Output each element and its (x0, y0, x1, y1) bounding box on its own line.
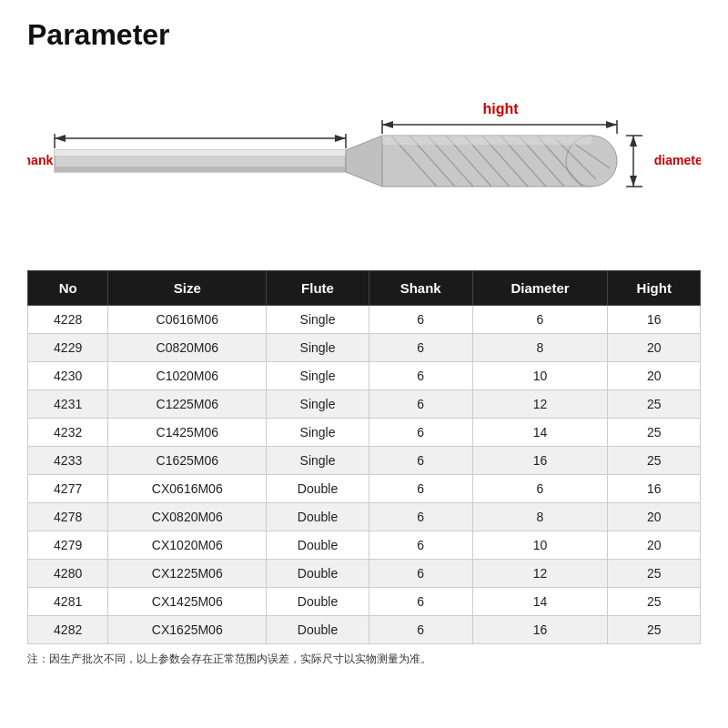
table-cell: 16 (472, 447, 608, 475)
diagram-area: shank hight diameter (27, 61, 701, 261)
svg-rect-2 (55, 167, 346, 172)
table-header-row: No Size Flute Shank Diameter Hight (28, 271, 701, 306)
table-cell: Single (267, 390, 369, 419)
table-cell: 20 (608, 503, 701, 531)
table-cell: 6 (369, 588, 472, 616)
col-header-shank: Shank (369, 271, 472, 306)
col-header-hight: Hight (608, 271, 701, 306)
svg-marker-29 (606, 121, 617, 128)
table-cell: CX1225M06 (108, 560, 267, 588)
table-cell: 8 (472, 334, 608, 362)
table-cell: 10 (472, 362, 608, 390)
table-cell: Single (267, 362, 369, 390)
table-cell: C1225M06 (108, 390, 267, 419)
table-cell: 4230 (28, 362, 108, 390)
svg-marker-3 (346, 136, 382, 187)
table-cell: 6 (369, 616, 472, 644)
table-cell: Double (267, 475, 369, 503)
table-cell: 8 (472, 503, 608, 531)
table-cell: Single (267, 447, 369, 475)
svg-text:shank: shank (27, 153, 53, 167)
table-cell: 4280 (28, 560, 108, 588)
table-cell: 4229 (28, 334, 108, 362)
table-cell: C0820M06 (108, 334, 267, 362)
table-row: 4231C1225M06Single61225 (28, 390, 701, 419)
table-row: 4278CX0820M06Double6820 (28, 503, 701, 531)
table-cell: 4282 (28, 616, 108, 644)
table-row: 4229C0820M06Single6820 (28, 334, 701, 362)
table-cell: 6 (369, 419, 472, 447)
table-cell: 25 (608, 447, 701, 475)
table-cell: CX1425M06 (108, 588, 267, 616)
page-title: Parameter (27, 18, 701, 52)
table-row: 4279CX1020M06Double61020 (28, 531, 701, 560)
table-row: 4230C1020M06Single61020 (28, 362, 701, 390)
table-cell: CX1625M06 (108, 616, 267, 644)
table-row: 4281CX1425M06Double61425 (28, 588, 701, 616)
table-cell: 4277 (28, 475, 108, 503)
table-row: 4232C1425M06Single61425 (28, 419, 701, 447)
tool-diagram: shank hight diameter (27, 61, 701, 261)
table-cell: 25 (608, 390, 701, 419)
table-cell: 25 (608, 588, 701, 616)
table-cell: 4281 (28, 588, 108, 616)
table-cell: 12 (472, 560, 608, 588)
table-cell: 14 (472, 419, 608, 447)
svg-text:hight: hight (482, 101, 519, 116)
table-cell: 6 (369, 560, 472, 588)
table-cell: CX1020M06 (108, 531, 267, 560)
table-row: 4277CX0616M06Double6616 (28, 475, 701, 503)
col-header-size: Size (108, 271, 267, 306)
table-cell: 6 (369, 531, 472, 560)
table-cell: Double (267, 560, 369, 588)
table-cell: 16 (608, 475, 701, 503)
table-cell: Single (267, 306, 369, 334)
table-cell: Double (267, 503, 369, 531)
svg-marker-34 (630, 136, 637, 147)
table-cell: 4233 (28, 447, 108, 475)
table-cell: 6 (472, 475, 608, 503)
table-row: 4282CX1625M06Double61625 (28, 616, 701, 644)
table-cell: Single (267, 334, 369, 362)
table-cell: 4231 (28, 390, 108, 419)
col-header-no: No (28, 271, 108, 306)
table-cell: 6 (369, 362, 472, 390)
table-cell: 25 (608, 616, 701, 644)
table-row: 4280CX1225M06Double61225 (28, 560, 701, 588)
table-cell: 6 (369, 306, 472, 334)
table-cell: Double (267, 588, 369, 616)
col-header-flute: Flute (267, 271, 369, 306)
table-cell: 6 (369, 475, 472, 503)
note-text: 注：因生产批次不同，以上参数会存在正常范围内误差，实际尺寸以实物测量为准。 (27, 652, 701, 667)
table-cell: 4279 (28, 531, 108, 560)
table-cell: 6 (472, 306, 608, 334)
table-cell: 6 (369, 447, 472, 475)
parameters-table: No Size Flute Shank Diameter Hight 4228C… (27, 270, 701, 644)
table-cell: Double (267, 531, 369, 560)
table-cell: Double (267, 616, 369, 644)
svg-marker-22 (55, 135, 66, 142)
table-cell: CX0616M06 (108, 475, 267, 503)
table-cell: 6 (369, 503, 472, 531)
table-cell: C1425M06 (108, 419, 267, 447)
page: Parameter (0, 0, 728, 728)
table-cell: 14 (472, 588, 608, 616)
table-row: 4228C0616M06Single6616 (28, 306, 701, 334)
table-cell: 16 (472, 616, 608, 644)
table-cell: 20 (608, 334, 701, 362)
table-cell: C1020M06 (108, 362, 267, 390)
table-cell: 10 (472, 531, 608, 560)
table-cell: 20 (608, 531, 701, 560)
table-cell: 6 (369, 334, 472, 362)
svg-marker-23 (335, 135, 346, 142)
table-cell: Single (267, 419, 369, 447)
table-cell: 4232 (28, 419, 108, 447)
table-cell: 16 (608, 306, 701, 334)
table-cell: 25 (608, 419, 701, 447)
svg-marker-35 (630, 176, 637, 187)
col-header-diameter: Diameter (472, 271, 608, 306)
table-row: 4233C1625M06Single61625 (28, 447, 701, 475)
table-cell: 4278 (28, 503, 108, 531)
table-cell: 12 (472, 390, 608, 419)
table-cell: CX0820M06 (108, 503, 267, 531)
